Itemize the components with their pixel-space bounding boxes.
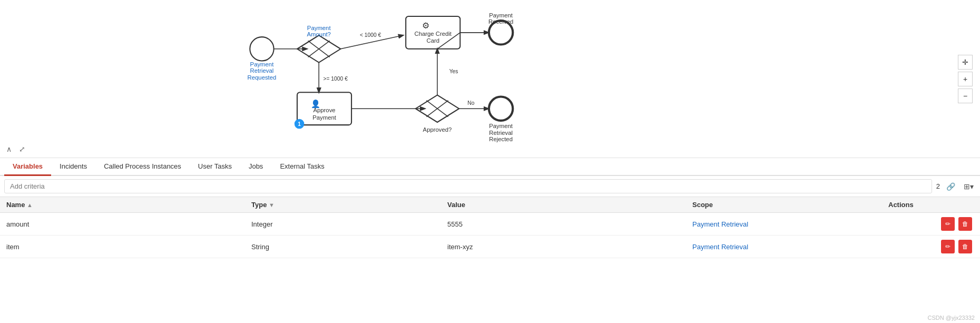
tab-incidents[interactable]: Incidents [51,158,95,176]
svg-text:Charge Credit: Charge Credit [414,31,452,37]
svg-text:Payment: Payment [489,12,513,18]
tab-external-tasks[interactable]: External Tasks [271,158,332,176]
svg-text:Payment: Payment [250,61,275,67]
filter-link-icon[interactable]: 🔗 [944,181,957,192]
svg-text:Approved?: Approved? [423,126,452,133]
name-sort-icon: ▲ [27,202,33,208]
diagram-controls: ∧ ⤢ [4,144,27,154]
svg-text:Payment: Payment [489,123,513,129]
bpmn-diagram: Payment Amount? < 1000 € ⚙ Charge Credit… [0,0,980,158]
svg-point-0 [250,37,273,61]
cell-actions: ✏ 🗑 [882,213,980,236]
filter-input[interactable] [4,179,932,193]
cell-name: item [0,236,245,258]
svg-text:1: 1 [298,121,301,127]
edit-button[interactable]: ✏ [941,240,955,253]
svg-point-35 [489,97,513,121]
cell-scope: Payment Retrieval [686,213,882,236]
diagram-area: Payment Amount? < 1000 € ⚙ Charge Credit… [0,0,980,158]
filter-columns-icon[interactable]: ⊞▾ [962,181,976,192]
tab-called-process-instances[interactable]: Called Process Instances [95,158,190,176]
filter-count: 2 [936,182,940,190]
col-header-type[interactable]: Type ▼ [245,197,441,213]
cell-name: amount [0,213,245,236]
tab-variables[interactable]: Variables [4,158,51,176]
svg-text:Rejected: Rejected [489,136,513,142]
variables-table: Name ▲ Type ▼ Value Scope Actions amount… [0,197,980,258]
watermark: CSDN @yjx23332 [928,315,975,321]
svg-text:Card: Card [426,37,439,44]
cell-type: Integer [245,213,441,236]
svg-text:⚙: ⚙ [422,21,429,30]
cell-actions: ✏ 🗑 [882,236,980,258]
svg-text:Requested: Requested [248,74,277,81]
table-row: item String item-xyz Payment Retrieval ✏… [0,236,980,258]
zoom-in-button[interactable]: + [958,72,973,86]
svg-text:Payment: Payment [307,25,331,31]
svg-text:Retrieval: Retrieval [250,67,274,74]
scope-link[interactable]: Payment Retrieval [692,243,748,251]
svg-text:Yes: Yes [449,68,458,74]
delete-button[interactable]: 🗑 [958,217,972,231]
col-header-name[interactable]: Name ▲ [0,197,245,213]
tab-user-tasks[interactable]: User Tasks [190,158,240,176]
table-container: Name ▲ Type ▼ Value Scope Actions amount… [0,197,980,323]
table-row: amount Integer 5555 Payment Retrieval ✏ … [0,213,980,236]
col-header-scope[interactable]: Scope [686,197,882,213]
tab-jobs[interactable]: Jobs [240,158,271,176]
svg-text:< 1000 €: < 1000 € [360,32,381,38]
col-header-actions: Actions [882,197,980,213]
cell-value: item-xyz [441,236,686,258]
cell-type: String [245,236,441,258]
svg-text:Approve: Approve [313,107,335,113]
svg-text:Retrieval: Retrieval [489,130,513,136]
tabs-bar: Variables Incidents Called Process Insta… [0,158,980,176]
svg-text:No: No [467,100,474,106]
filter-bar: 2 🔗 ⊞▾ [0,176,980,197]
collapse-button[interactable]: ∧ [4,144,14,154]
cell-scope: Payment Retrieval [686,236,882,258]
scope-link[interactable]: Payment Retrieval [692,220,748,228]
col-header-value[interactable]: Value [441,197,686,213]
svg-text:Amount?: Amount? [307,31,331,37]
zoom-out-button[interactable]: − [958,89,973,103]
expand-button[interactable]: ⤢ [17,144,27,154]
svg-text:>= 1000 €: >= 1000 € [323,76,348,82]
svg-text:Payment: Payment [312,114,337,121]
move-button[interactable]: ✛ [958,55,973,70]
edit-button[interactable]: ✏ [941,217,955,231]
bottom-panel: Variables Incidents Called Process Insta… [0,158,980,323]
cell-value: 5555 [441,213,686,236]
delete-button[interactable]: 🗑 [958,240,972,253]
type-sort-icon: ▼ [269,202,275,208]
zoom-controls: ✛ + − [958,55,973,103]
